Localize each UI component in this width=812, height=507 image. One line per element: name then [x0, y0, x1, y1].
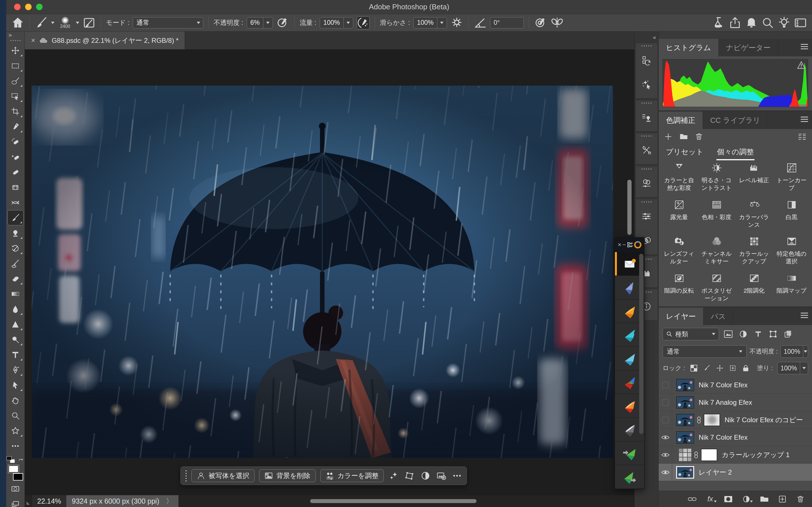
brush-angle-field[interactable]: 0° — [490, 17, 524, 29]
layer-thumbnail[interactable] — [676, 466, 694, 478]
delete-trash-icon[interactable] — [695, 133, 703, 140]
minimize-window-button[interactable] — [25, 4, 32, 10]
clone-stamp-tool[interactable] — [7, 225, 24, 240]
delete-layer-trash-icon[interactable] — [796, 494, 805, 504]
tools-wrench-icon[interactable] — [637, 138, 656, 163]
lock-position-icon[interactable] — [716, 364, 724, 372]
visibility-toggle[interactable] — [659, 411, 672, 429]
visibility-toggle[interactable] — [659, 429, 672, 446]
expand-dock-chevrons[interactable]: » — [6, 32, 24, 39]
custom-shape-star-tool[interactable] — [7, 423, 24, 438]
brush-preset-picker[interactable]: 2400 — [58, 17, 72, 29]
adjustment-hue-saturation[interactable]: 色相・彩度 — [698, 199, 735, 229]
selection-brush-tool[interactable] — [7, 73, 24, 89]
tab-cc-libraries[interactable]: CC ライブラリ — [703, 112, 768, 129]
adjustment-invert[interactable]: 階調の反転 — [660, 273, 698, 302]
panel-grip[interactable] — [641, 201, 652, 203]
chevron-down-icon[interactable] — [800, 362, 808, 374]
foreground-background-swatches[interactable] — [7, 465, 24, 481]
minimize-icon[interactable]: − — [622, 242, 626, 248]
new-adjustment-layer-icon[interactable] — [742, 494, 751, 504]
layer-mask-thumbnail[interactable] — [704, 414, 720, 426]
healing-brush-tool[interactable] — [7, 165, 24, 180]
airbrush-toggle-button[interactable] — [357, 16, 370, 29]
quick-mask-button[interactable] — [7, 481, 24, 496]
tab-navigator[interactable]: ナビゲーター — [719, 39, 778, 56]
marquee-tool[interactable] — [7, 58, 24, 73]
content-aware-move-tool[interactable] — [7, 195, 24, 210]
filter-pixel-layers-icon[interactable] — [723, 328, 734, 340]
paint-symmetry-butterfly-button[interactable] — [551, 16, 564, 29]
adjustment-channel-mixer[interactable]: チャンネルミキサー — [698, 236, 735, 265]
clone-source-icon[interactable] — [637, 105, 656, 129]
layer-fill-combo[interactable]: 100% — [777, 362, 808, 374]
chevron-down-icon[interactable] — [51, 22, 54, 25]
color-lookup-layer-icon[interactable] — [679, 449, 691, 461]
contextual-task-bar[interactable]: 被写体を選択 背景を削除 カラーを調整 — [181, 466, 467, 485]
adjustment-levels[interactable]: レベル補正 — [735, 162, 773, 192]
task-bar-drag-handle[interactable] — [185, 469, 187, 482]
link-layers-icon[interactable] — [688, 494, 697, 504]
panel-grip[interactable] — [641, 102, 652, 104]
zoom-level[interactable]: 22.14% — [32, 495, 66, 507]
more-options-ellipsis[interactable] — [451, 469, 463, 482]
ai-sparkle-cursor-icon[interactable] — [637, 72, 656, 97]
type-tool[interactable] — [7, 347, 24, 362]
blend-mode-select[interactable]: 通常 — [133, 17, 203, 29]
crop-tool[interactable] — [7, 104, 24, 119]
chevron-down-icon[interactable] — [803, 346, 808, 357]
histogram-warning-icon[interactable] — [797, 61, 806, 69]
adjustment-photo-filter[interactable]: レンズフィルター — [660, 236, 698, 265]
visibility-toggle[interactable] — [659, 464, 672, 481]
zoom-tool[interactable] — [7, 408, 24, 423]
adjustment-color-balance[interactable]: カラーバランス — [735, 199, 773, 229]
move-tool[interactable] — [7, 43, 24, 58]
workspace-switcher-icon[interactable] — [794, 16, 807, 29]
lock-pixels-brush-icon[interactable] — [703, 364, 711, 372]
transform-icon[interactable] — [404, 469, 415, 482]
patch-tool[interactable] — [7, 180, 24, 195]
panel-grip[interactable] — [641, 45, 652, 47]
layer-blend-mode-select[interactable]: 通常 — [663, 345, 747, 358]
spot-healing-brush-tool[interactable] — [7, 149, 24, 165]
new-group-folder-icon[interactable] — [679, 133, 688, 140]
layer-row[interactable]: Nik 7 Color Efex — [659, 376, 812, 394]
panel-grip[interactable] — [641, 168, 652, 170]
layer-thumbnail[interactable] — [676, 379, 694, 391]
new-group-icon[interactable] — [760, 494, 769, 504]
flow-combo[interactable]: 100% — [320, 17, 353, 29]
layer-opacity-combo[interactable]: 100% — [780, 345, 808, 358]
layer-filter-select[interactable]: 種類 — [663, 328, 719, 340]
tab-layers[interactable]: レイヤー — [659, 307, 703, 325]
subtab-presets[interactable]: プリセット — [665, 145, 704, 159]
adjust-colors-button[interactable]: カラーを調整 — [320, 469, 384, 482]
adjustment-black-white[interactable]: 白黒 — [773, 199, 810, 229]
add-image-icon[interactable] — [436, 469, 447, 482]
eyedropper-tool[interactable] — [7, 119, 24, 134]
default-colors-icon[interactable] — [6, 456, 15, 463]
nik-scrollbar[interactable] — [639, 254, 644, 434]
adjustment-color-vibrance[interactable]: カラーと自然な彩度 — [660, 162, 698, 192]
canvas-vertical-scrollbar[interactable] — [627, 180, 631, 235]
chevron-down-icon[interactable] — [437, 17, 447, 28]
toggle-brush-settings-button[interactable] — [83, 16, 96, 29]
visibility-toggle[interactable] — [659, 376, 672, 393]
share-icon[interactable] — [728, 16, 742, 29]
adjustment-brightness-contrast[interactable]: 明るさ・コントラスト — [698, 162, 735, 192]
background-color-swatch[interactable] — [13, 473, 23, 481]
home-button[interactable] — [11, 16, 24, 29]
filter-adjustment-layers-icon[interactable] — [738, 328, 749, 340]
layer-thumbnail[interactable] — [676, 431, 694, 444]
notifications-bell-icon[interactable] — [745, 16, 758, 29]
tab-histogram[interactable]: ヒストグラム — [659, 39, 719, 56]
document-dimensions[interactable]: 9324 px x 6000 px (300 ppi) 〉 — [66, 495, 179, 507]
color-adjust-icon[interactable] — [637, 171, 656, 195]
nik-item-sharpener-raw[interactable] — [615, 441, 644, 465]
lock-all-icon[interactable] — [742, 364, 750, 372]
chevron-right-icon[interactable]: 〉 — [166, 497, 173, 506]
filter-smart-objects-icon[interactable] — [782, 328, 794, 340]
list-view-icon[interactable] — [798, 133, 806, 140]
adjustment-gradient-map[interactable]: 階調マップ — [773, 273, 810, 302]
layer-styles-fx-icon[interactable]: fx — [705, 494, 715, 504]
blur-tool[interactable] — [7, 301, 24, 317]
